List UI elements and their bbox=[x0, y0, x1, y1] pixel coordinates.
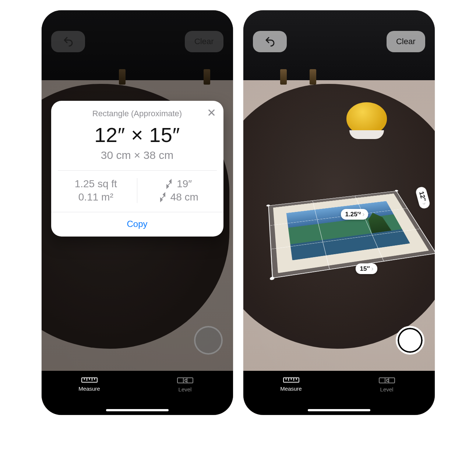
ar-label-width[interactable]: 15″ › bbox=[356, 263, 377, 274]
tab-bar: Measure Level bbox=[42, 371, 233, 415]
clear-button-label: Clear bbox=[396, 37, 416, 46]
measurement-popup: Rectangle (Approximate) ✕ 12″ × 15″ 30 c… bbox=[51, 101, 223, 237]
clear-button[interactable]: Clear bbox=[185, 31, 223, 52]
undo-icon bbox=[264, 36, 275, 47]
undo-button[interactable] bbox=[253, 31, 287, 52]
ruler-icon bbox=[283, 377, 299, 383]
tab-level[interactable]: Level bbox=[339, 371, 435, 415]
tab-level-label: Level bbox=[179, 386, 192, 393]
tab-measure[interactable]: Measure bbox=[243, 371, 339, 415]
popup-diagonal-column: 19″ 48 cm bbox=[137, 178, 220, 203]
level-icon bbox=[379, 377, 395, 383]
area-metric: 0.11 m² bbox=[78, 191, 113, 203]
diagonal-icon bbox=[165, 180, 173, 188]
clear-button[interactable]: Clear bbox=[387, 31, 425, 52]
undo-icon bbox=[63, 36, 74, 47]
scene-vase bbox=[346, 102, 387, 135]
ar-width-value: 15″ bbox=[360, 265, 370, 273]
home-indicator[interactable] bbox=[308, 409, 370, 411]
clear-button-label: Clear bbox=[194, 37, 214, 46]
chevron-right-icon: › bbox=[420, 202, 428, 206]
tab-bar: Measure Level bbox=[243, 371, 435, 415]
ar-label-area[interactable]: 1.25′² › bbox=[341, 209, 369, 220]
popup-title: Rectangle (Approximate) bbox=[60, 109, 215, 118]
ar-height-value: 12″ bbox=[417, 191, 427, 202]
close-icon: ✕ bbox=[207, 107, 216, 119]
copy-button-label: Copy bbox=[127, 219, 147, 229]
copy-button[interactable]: Copy bbox=[51, 212, 223, 237]
ar-area-value: 1.25′² bbox=[345, 211, 361, 218]
popup-area-column: 1.25 sq ft 0.11 m² bbox=[55, 178, 137, 203]
tab-measure-label: Measure bbox=[280, 386, 302, 392]
shutter-button[interactable] bbox=[396, 326, 424, 355]
diagonal-icon bbox=[159, 193, 167, 201]
phone-screen-left: Clear Rectangle (Approximate) ✕ 12″ × 15… bbox=[42, 10, 233, 415]
tab-measure[interactable]: Measure bbox=[42, 371, 137, 415]
shutter-button[interactable] bbox=[194, 326, 223, 355]
undo-button[interactable] bbox=[51, 31, 85, 52]
home-indicator[interactable] bbox=[106, 409, 169, 411]
popup-secondary-dimension: 30 cm × 38 cm bbox=[51, 147, 223, 170]
close-button[interactable]: ✕ bbox=[207, 107, 216, 118]
popup-primary-dimension: 12″ × 15″ bbox=[51, 121, 223, 147]
tab-level-label: Level bbox=[380, 386, 394, 393]
phone-screen-right: 1.25′² › 12″ › 15″ › Clear Measure L bbox=[243, 10, 435, 415]
camera-viewfinder bbox=[243, 10, 435, 415]
chevron-right-icon: › bbox=[362, 210, 364, 218]
diagonal-metric: 48 cm bbox=[170, 191, 198, 203]
tab-measure-label: Measure bbox=[78, 386, 100, 392]
chevron-right-icon: › bbox=[371, 265, 374, 273]
tab-level[interactable]: Level bbox=[137, 371, 233, 415]
diagonal-imperial: 19″ bbox=[177, 178, 192, 190]
ruler-icon bbox=[81, 377, 98, 383]
area-imperial: 1.25 sq ft bbox=[75, 178, 117, 190]
level-icon bbox=[177, 377, 193, 383]
